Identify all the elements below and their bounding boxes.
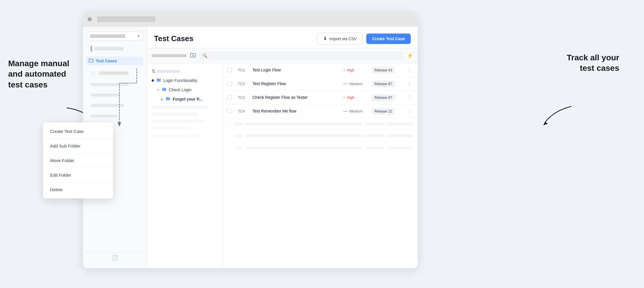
toolbar: 🔍 ⚡ — [147, 48, 418, 63]
main-header: Test Cases ⬇ Import via CSV Create Test … — [147, 27, 418, 48]
priority-up-icon-tc3: ↑ — [343, 95, 345, 100]
release-badge-tc1: Release 43 — [372, 67, 395, 73]
sidebar-placeholder-1 — [86, 81, 143, 88]
row-checkbox-tc2[interactable] — [227, 81, 232, 86]
browser-window: ▾ ▐ Test Cases 〈〉 — [83, 12, 418, 268]
fp4 — [152, 127, 191, 130]
context-menu: Create Test Case Add Sub Folder Move Fol… — [43, 122, 113, 199]
filter-icon[interactable]: ⚡ — [407, 52, 413, 59]
sidebar-dropdown[interactable]: ▾ — [86, 31, 143, 41]
ph-rel-3 — [387, 146, 413, 149]
sort-icon: ⇅ — [152, 69, 155, 74]
import-label: Import via CSV — [329, 36, 357, 41]
sidebar-item-test-cases[interactable]: Test Cases — [86, 57, 143, 65]
fp2 — [152, 113, 198, 116]
case-priority-tc2: — Medium — [343, 81, 369, 86]
priority-label-tc2: Medium — [349, 82, 363, 86]
case-priority-tc3: ↑ High — [343, 95, 369, 100]
sidebar-item-3[interactable]: 〈〉 — [86, 69, 143, 78]
more-icon-tc3[interactable]: ⋮ — [406, 94, 413, 101]
import-csv-button[interactable]: ⬇ Import via CSV — [317, 33, 363, 45]
priority-dash-icon: — — [343, 81, 348, 86]
folder-ph-3 — [147, 118, 222, 125]
release-badge-tc2: Release 67 — [372, 81, 395, 87]
ph-pri-1 — [364, 122, 385, 125]
more-icon-tc4[interactable]: ⋮ — [406, 108, 413, 114]
context-menu-item-delete[interactable]: Delete — [43, 182, 113, 197]
ph-bar-1 — [91, 83, 129, 86]
ph-rel-1 — [387, 122, 413, 125]
table-row[interactable]: TC2 Test Register Flow — Medium Release … — [223, 77, 418, 91]
ph-bar-2 — [91, 94, 120, 96]
folder-panel: ⇅ Login Functionality — [147, 63, 223, 268]
ph-pri-2 — [364, 134, 385, 137]
ph-pri-3 — [364, 146, 385, 149]
case-id-tc4: TC4 — [238, 109, 250, 113]
ph-cb-1 — [227, 122, 232, 126]
titlebar-url-bar — [97, 16, 155, 22]
case-id-tc3: TC3 — [238, 95, 250, 100]
folder-icon-forgot — [166, 96, 170, 102]
sidebar-item-1[interactable]: ▐ — [86, 44, 143, 53]
fp5 — [152, 134, 201, 137]
check-login-folder-label: Check Login — [169, 87, 192, 92]
collapse-icon: ▼ — [156, 88, 160, 92]
ph-name-3 — [245, 146, 362, 149]
page-title: Test Cases — [154, 34, 193, 43]
row-checkbox-tc1[interactable] — [227, 68, 232, 72]
case-release-tc1: Release 43 — [372, 67, 404, 73]
fp1 — [152, 106, 208, 109]
case-priority-tc1: ↑ High — [343, 68, 369, 72]
context-menu-item-create[interactable]: Create Test Case — [43, 124, 113, 139]
row-checkbox-tc3[interactable] — [227, 95, 232, 100]
folder-icon-check-login — [162, 87, 167, 92]
table-row[interactable]: TC3 Check Register Flow as Tester ↑ High… — [223, 91, 418, 104]
case-release-tc3: Release 67 — [372, 95, 404, 100]
folder-item-forgot[interactable]: ▶ Forgot your P... — [147, 94, 222, 104]
traffic-light-icon — [88, 17, 92, 21]
sidebar-placeholder-2 — [86, 92, 143, 99]
right-annotation: Track all your test cases — [567, 52, 619, 74]
case-release-tc4: Release 12 — [372, 108, 404, 114]
case-priority-tc4: — Medium — [343, 108, 369, 114]
create-test-case-button[interactable]: Create Test Case — [366, 34, 411, 44]
folder-ph-1 — [147, 104, 222, 111]
folder-item-login[interactable]: Login Functionality — [147, 76, 222, 85]
search-bar[interactable]: 🔍 — [199, 51, 403, 60]
priority-label-tc1: High — [347, 68, 355, 72]
ph-bar-3 — [91, 104, 124, 107]
more-icon-tc2[interactable]: ⋮ — [406, 80, 413, 87]
folder-icon-login — [156, 78, 161, 83]
case-name-tc2: Test Register Flow — [252, 81, 341, 86]
context-menu-item-add-subfolder[interactable]: Add Sub Folder — [43, 139, 113, 153]
placeholder-case-3 — [223, 142, 418, 154]
svg-marker-1 — [543, 122, 548, 125]
toolbar-bar-1 — [152, 54, 187, 57]
priority-up-icon: ↑ — [343, 68, 345, 72]
table-row[interactable]: TC4 Test Remember Me flow — Medium Relea… — [223, 104, 418, 118]
header-actions: ⬇ Import via CSV Create Test Case — [317, 33, 411, 45]
priority-label-tc4: Medium — [349, 109, 363, 113]
case-name-tc4: Test Remember Me flow — [252, 109, 341, 113]
add-folder-icon[interactable] — [190, 52, 196, 59]
ph-id-1 — [234, 122, 243, 125]
row-checkbox-tc4[interactable] — [227, 109, 232, 113]
placeholder-case-2 — [223, 130, 418, 142]
folder-item-check-login[interactable]: ▼ Check Login — [147, 85, 222, 94]
code-icon: 〈〉 — [89, 71, 97, 76]
content-area: ⇅ Login Functionality — [147, 63, 418, 268]
sort-controls[interactable]: ⇅ — [147, 67, 222, 76]
sidebar-placeholder-3 — [86, 102, 143, 109]
context-menu-item-edit-folder[interactable]: Edit Folder — [43, 168, 113, 182]
ph-id-3 — [234, 146, 243, 149]
more-icon-tc1[interactable]: ⋮ — [406, 67, 413, 73]
cases-panel: TC1 Test Login Flow ↑ High Release 43 ⋮ — [223, 63, 418, 268]
ph-rel-2 — [387, 134, 413, 137]
forgot-folder-label: Forgot your P... — [173, 97, 202, 101]
folder-ph-2 — [147, 111, 222, 118]
expand-icon: ▶ — [161, 97, 163, 101]
table-row[interactable]: TC1 Test Login Flow ↑ High Release 43 ⋮ — [223, 63, 418, 77]
case-name-tc1: Test Login Flow — [252, 68, 341, 72]
context-menu-item-move-folder[interactable]: Move Folder — [43, 153, 113, 168]
ph-name-2 — [245, 134, 362, 137]
